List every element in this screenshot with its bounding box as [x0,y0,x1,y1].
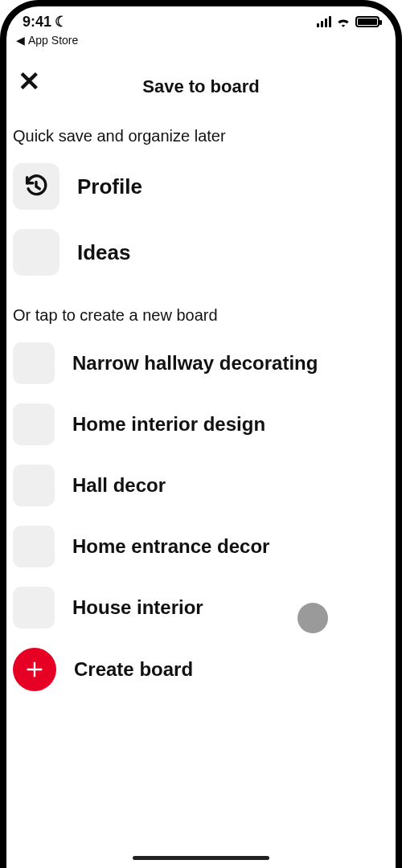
suggested-board-row[interactable]: Home interior design [10,394,392,455]
close-button[interactable]: ✕ [18,68,40,95]
board-row-label: Hall decor [72,474,166,497]
board-row-label: Ideas [77,240,131,265]
status-bar: 9:41 ☾ [0,0,402,32]
board-thumb [13,465,55,506]
board-thumb [13,342,55,384]
board-row-label: Profile [77,174,142,199]
create-board-label: Create board [74,658,193,681]
sheet-header: ✕ Save to board [0,64,402,109]
wifi-icon [336,16,351,27]
quick-save-section-label: Quick save and organize later [0,109,402,154]
battery-icon [355,16,379,27]
suggested-board-row[interactable]: House interior [10,577,392,638]
back-caret-icon: ◀ [16,34,25,47]
back-to-app-label: App Store [28,34,78,47]
create-board-icon [13,648,56,691]
cellular-signal-icon [317,16,331,27]
suggested-board-row[interactable]: Home entrance decor [10,516,392,577]
suggested-board-row[interactable]: Narrow hallway decorating [10,333,392,394]
board-row-label: House interior [72,596,203,619]
suggested-board-list: Narrow hallway decorating Home interior … [0,333,402,701]
board-row-ideas[interactable]: Ideas [10,219,392,285]
board-row-profile[interactable]: Profile [10,154,392,219]
board-thumb [13,526,55,567]
history-icon [23,173,50,200]
board-thumb [13,403,55,445]
board-thumb [13,163,59,210]
quick-save-list: Profile Ideas [0,154,402,285]
create-section-label: Or tap to create a new board [0,285,402,333]
board-row-label: Home entrance decor [72,535,269,558]
page-title: Save to board [142,76,259,97]
suggested-board-row[interactable]: Hall decor [10,455,392,516]
board-row-label: Narrow hallway decorating [72,352,318,375]
status-time: 9:41 [23,14,51,31]
board-thumb [13,587,55,628]
home-indicator[interactable] [133,856,269,860]
board-thumb [13,229,59,276]
back-to-app-link[interactable]: ◀ App Store [0,34,402,47]
plus-icon [23,658,46,681]
board-row-label: Home interior design [72,413,265,436]
close-icon: ✕ [18,66,40,96]
create-board-row[interactable]: Create board [10,638,392,701]
do-not-disturb-icon: ☾ [55,13,68,31]
